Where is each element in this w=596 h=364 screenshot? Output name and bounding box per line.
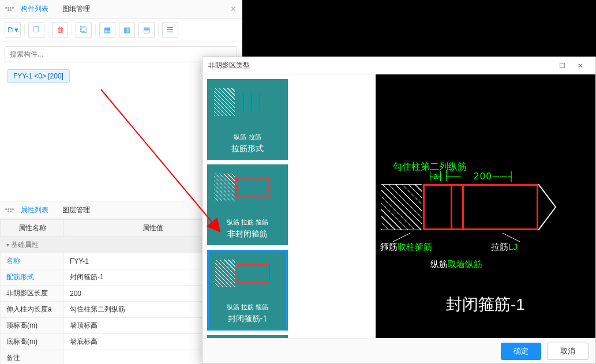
thumb-0[interactable]: 纵筋 拉筋 拉筋形式	[207, 79, 288, 160]
arrow-right-icon	[538, 184, 561, 230]
long-label: 纵筋取墙纵筋	[430, 259, 482, 270]
component-chip[interactable]: FYY-1 <0> [200]	[7, 69, 70, 83]
copy-button[interactable]: ❐	[28, 22, 44, 38]
layout2-button[interactable]: ▥	[119, 22, 135, 38]
list-button[interactable]: ☰	[162, 22, 178, 38]
dialog-titlebar[interactable]: 非阴影区类型 ☐ ✕	[203, 57, 595, 74]
bar-icon	[451, 185, 452, 229]
duplicate-button[interactable]: ⿻	[76, 22, 92, 38]
new-button[interactable]: 🗋▾	[5, 22, 21, 38]
dialog-title-text: 非阴影区类型	[208, 61, 250, 70]
svg-line-0	[393, 233, 410, 242]
layout1-button[interactable]: ▦	[99, 22, 115, 38]
tab-components[interactable]: 构件列表	[14, 1, 55, 17]
svg-line-1	[503, 233, 520, 242]
preview-title: 封闭箍筋-1	[376, 294, 595, 316]
thumbnail-grid: 纵筋 拉筋 拉筋形式 纵筋 拉筋 箍筋 非封闭箍筋 纵筋 拉筋 箍筋 封闭箍筋-…	[203, 74, 376, 338]
drag-grip-icon[interactable]	[5, 5, 14, 14]
type-dialog: 非阴影区类型 ☐ ✕ 纵筋 拉筋 拉筋形式 纵筋 拉筋 箍筋 非封闭箍筋 纵筋 …	[202, 57, 596, 364]
col-name: 属性名称	[1, 220, 64, 237]
drag-grip-icon[interactable]	[5, 205, 14, 215]
thumb-1[interactable]: 纵筋 拉筋 箍筋 非封闭箍筋	[207, 164, 288, 245]
tab-properties[interactable]: 属性列表	[14, 202, 55, 219]
tab-drawings[interactable]: 图纸管理	[55, 1, 97, 17]
thumb-2[interactable]: 纵筋 拉筋 箍筋 封闭箍筋-1	[207, 250, 288, 331]
ok-button[interactable]: 确定	[501, 343, 541, 360]
thumb-3[interactable]: 纵筋 拉筋 箍筋 封闭箍筋-2	[207, 335, 288, 338]
delete-button[interactable]: 🗑	[52, 22, 68, 38]
canvas-bg	[242, 0, 596, 58]
leader-line-icon	[393, 233, 416, 245]
layout3-button[interactable]: ▤	[138, 22, 155, 38]
toolbar: 🗋▾ ❐ 🗑 ⿻ ▦ ▥ ▤ ☰	[0, 18, 242, 42]
preview-pane: 勾住柱第二列纵筋 ├a┤├── 200──┤ 箍筋取柱箍筋 拉筋LJ 纵筋取墙纵…	[376, 74, 595, 338]
component-tabs: 构件列表 图纸管理 ×	[0, 0, 242, 18]
maximize-icon[interactable]: ☐	[553, 59, 571, 73]
tab-layers[interactable]: 图层管理	[55, 202, 97, 219]
dim-a: ├a┤├──	[428, 171, 460, 181]
bar-icon	[462, 185, 464, 229]
dim-200: 200──┤	[474, 171, 516, 182]
stirrup-box	[423, 184, 538, 230]
hatch-icon	[381, 184, 422, 230]
dialog-footer: 确定 取消	[203, 338, 595, 363]
close-panel-icon[interactable]: ×	[231, 4, 236, 14]
leader-line-icon	[497, 233, 520, 245]
cancel-button[interactable]: 取消	[547, 343, 588, 360]
close-icon[interactable]: ✕	[571, 59, 590, 73]
